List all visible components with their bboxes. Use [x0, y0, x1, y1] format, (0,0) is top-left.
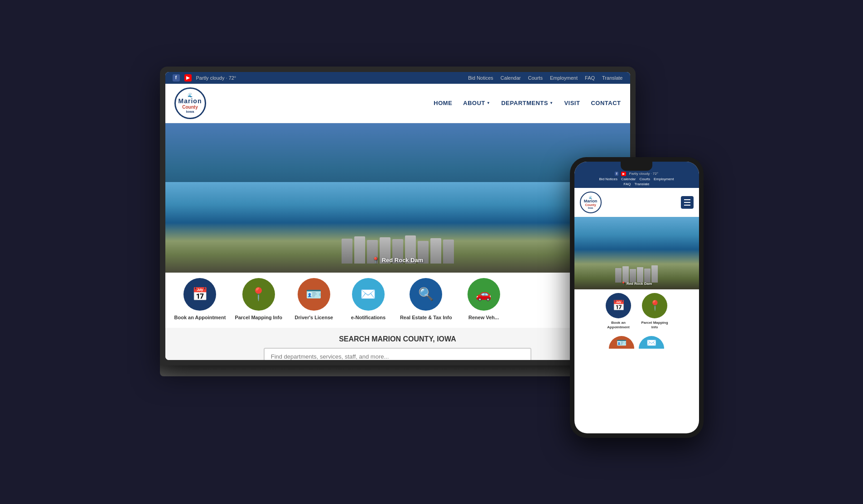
site-header: 🌊 Marion County Iowa HOME ABOUT ▼ [165, 84, 630, 123]
hamburger-line-1 [684, 199, 690, 200]
phone-enotifications-icon: ✉️ [639, 336, 664, 349]
quick-link-book-appointment[interactable]: 📅 Book an Appointment [174, 278, 226, 321]
hamburger-line-2 [684, 202, 690, 203]
phone-quick-parcel-mapping[interactable]: 📍 Parcel Mapping Info [639, 293, 670, 330]
parcel-mapping-icon: 📍 [242, 278, 275, 311]
hamburger-menu-button[interactable] [681, 196, 694, 209]
phone-logo[interactable]: 🌊 Marion County Iowa [580, 192, 602, 213]
phone-bid-notices[interactable]: Bid Notices [599, 177, 617, 181]
logo-marion: Marion [178, 97, 202, 105]
logo-circle: 🌊 Marion County Iowa [174, 87, 206, 119]
phone-partial-enotifications[interactable]: ✉️ [639, 336, 664, 349]
phone-logo-iowa: Iowa [588, 206, 593, 209]
phone-translate[interactable]: Translate [634, 182, 649, 186]
phone-partial-drivers-license[interactable]: 🪪 [609, 336, 634, 349]
nav-contact[interactable]: CONTACT [591, 100, 621, 106]
book-appointment-label: Book an Appointment [174, 314, 226, 321]
phone-facebook-icon[interactable]: f [615, 172, 618, 176]
phone-topbar-row3: FAQ Translate [579, 182, 694, 186]
renew-vehicle-icon: 🚗 [468, 278, 500, 311]
phone-parcel-mapping-label: Parcel Mapping Info [639, 321, 670, 330]
phone-topbar-row1: f ▶ Partly cloudy · 72° [579, 172, 694, 176]
phone-body: f ▶ Partly cloudy · 72° Bid Notices Cale… [570, 157, 704, 438]
hamburger-line-3 [684, 205, 690, 206]
phone-screen: f ▶ Partly cloudy · 72° Bid Notices Cale… [574, 162, 699, 433]
topbar-calendar[interactable]: Calendar [501, 75, 521, 81]
laptop-device: f ▶ Partly cloudy · 72° Bid Notices Cale… [160, 67, 636, 393]
search-section: SEARCH MARION COUNTY, IOWA [165, 328, 630, 360]
phone-hero: 📍 Red Rock Dam [574, 217, 699, 289]
youtube-icon[interactable]: ▶ [184, 74, 192, 82]
quick-link-parcel-mapping[interactable]: 📍 Parcel Mapping Info [235, 278, 282, 321]
drivers-license-label: Driver's License [295, 314, 333, 321]
facebook-icon[interactable]: f [173, 74, 180, 82]
main-nav: HOME ABOUT ▼ DEPARTMENTS ▼ VISIT CONTACT [434, 100, 621, 106]
phone-logo-marion: Marion [584, 199, 598, 203]
phone-parcel-mapping-icon: 📍 [642, 293, 667, 318]
quick-links-section: 📅 Book an Appointment 📍 Parcel Mapping I… [165, 273, 630, 328]
nav-visit[interactable]: VISIT [564, 100, 580, 106]
logo-county: County [182, 105, 198, 110]
enotifications-label: e-Notifications [351, 314, 386, 321]
phone-quick-links: 📅 Book an Appointment 📍 Parcel Mapping I… [574, 289, 699, 335]
phone-youtube-icon[interactable]: ▶ [621, 172, 626, 176]
phone-employment[interactable]: Employment [654, 177, 674, 181]
logo-iowa: Iowa [186, 110, 194, 114]
phone-weather: Partly cloudy · 72° [629, 172, 658, 176]
quick-link-renew-vehicle[interactable]: 🚗 Renew Veh... [461, 278, 506, 321]
main-scene: f ▶ Partly cloudy · 72° Bid Notices Cale… [160, 67, 704, 438]
laptop-body: f ▶ Partly cloudy · 72° Bid Notices Cale… [160, 67, 636, 365]
topbar-bid-notices[interactable]: Bid Notices [468, 75, 493, 81]
laptop-base [160, 365, 636, 376]
search-input[interactable] [264, 348, 532, 360]
parcel-mapping-label: Parcel Mapping Info [235, 314, 282, 321]
nav-about[interactable]: ABOUT ▼ [463, 100, 490, 106]
phone-topbar-row2: Bid Notices Calendar Courts Employment [579, 177, 694, 181]
real-estate-label: Real Estate & Tax Info [400, 314, 452, 321]
topbar-left: f ▶ Partly cloudy · 72° [173, 74, 236, 82]
quick-link-real-estate[interactable]: 🔍 Real Estate & Tax Info [400, 278, 452, 321]
phone-faq[interactable]: FAQ [623, 182, 631, 186]
enotifications-icon: ✉️ [352, 278, 385, 311]
site-logo[interactable]: 🌊 Marion County Iowa [174, 87, 206, 119]
phone-quick-book-appointment[interactable]: 📅 Book an Appointment [603, 293, 634, 330]
weather-text: Partly cloudy · 72° [196, 75, 236, 81]
phone-header: 🌊 Marion County Iowa [574, 188, 699, 217]
nav-home[interactable]: HOME [434, 100, 452, 106]
phone-book-appointment-icon: 📅 [606, 293, 631, 318]
real-estate-icon: 🔍 [410, 278, 442, 311]
quick-link-drivers-license[interactable]: 🪪 Driver's License [291, 278, 337, 321]
departments-dropdown-arrow: ▼ [550, 101, 553, 105]
phone-calendar[interactable]: Calendar [621, 177, 636, 181]
about-dropdown-arrow: ▼ [487, 101, 490, 105]
phone-courts[interactable]: Courts [639, 177, 650, 181]
topbar-employment[interactable]: Employment [550, 75, 578, 81]
nav-departments[interactable]: DEPARTMENTS ▼ [501, 100, 553, 106]
phone-device: f ▶ Partly cloudy · 72° Bid Notices Cale… [570, 157, 704, 438]
quick-link-enotifications[interactable]: ✉️ e-Notifications [346, 278, 391, 321]
renew-vehicle-label: Renew Veh... [468, 314, 499, 321]
phone-hero-label: 📍 Red Rock Dam [621, 282, 652, 286]
search-title: SEARCH MARION COUNTY, IOWA [174, 335, 621, 343]
drivers-license-icon: 🪪 [298, 278, 330, 311]
hero-section: 📍 Red Rock Dam [165, 123, 630, 273]
topbar-right: Bid Notices Calendar Courts Employment F… [468, 75, 622, 81]
phone-notch [621, 162, 652, 171]
location-pin-icon: 📍 [372, 257, 379, 264]
phone-logo-county: County [585, 203, 596, 206]
book-appointment-icon: 📅 [183, 278, 216, 311]
site-topbar: f ▶ Partly cloudy · 72° Bid Notices Cale… [165, 72, 630, 84]
phone-book-appointment-label: Book an Appointment [603, 321, 634, 330]
phone-partial-quick-links: 🪪 ✉️ [574, 334, 699, 350]
topbar-courts[interactable]: Courts [528, 75, 542, 81]
hero-dam-label: 📍 Red Rock Dam [372, 257, 424, 264]
topbar-translate[interactable]: Translate [602, 75, 622, 81]
laptop-screen: f ▶ Partly cloudy · 72° Bid Notices Cale… [165, 72, 630, 360]
phone-drivers-license-icon: 🪪 [609, 336, 634, 349]
topbar-faq[interactable]: FAQ [585, 75, 595, 81]
